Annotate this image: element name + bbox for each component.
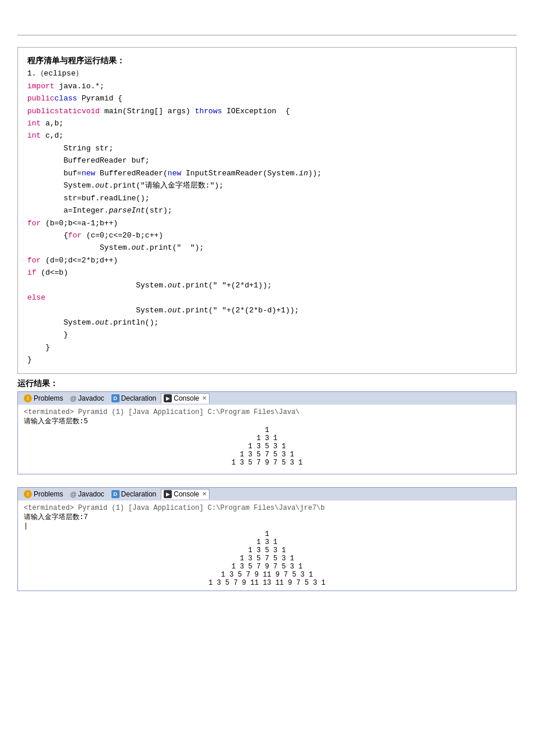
- console-icon-2: ▶: [164, 490, 172, 498]
- tab-problems-1[interactable]: ! Problems: [21, 394, 66, 403]
- code-buffered: BufferedReader buf;: [27, 154, 507, 167]
- pyramid1-row4: 1 3 5 7 5 3 1: [24, 451, 510, 459]
- code-subtitle: 1.（eclipse）: [27, 67, 507, 80]
- pyramid1-row1: 1: [24, 426, 510, 434]
- code-buf-new: buf=new BufferedReader(new InputStreamRe…: [27, 167, 507, 179]
- code-class: publicclass Pyramid {: [27, 92, 507, 105]
- tab-javadoc-label-1: Javadoc: [78, 394, 104, 402]
- tab-problems-2[interactable]: ! Problems: [21, 489, 66, 499]
- tab-declaration-label-1: Declaration: [121, 394, 157, 402]
- code-print-even: System.out.print(" "+(2*(2*b-d)+1));: [27, 304, 507, 316]
- pyramid1-row2: 1 3 1: [24, 434, 510, 442]
- pyramid2-row5: 1 3 5 7 9 7 5 3 1: [24, 563, 510, 571]
- console2-pyramid: 1 1 3 1 1 3 5 3 1 1 3 5 7 5 3 1 1 3 5 7 …: [24, 530, 510, 587]
- console2-output: <terminated> Pyramid (1) [Java Applicati…: [17, 501, 517, 591]
- console2-terminated: <terminated> Pyramid (1) [Java Applicati…: [24, 504, 510, 512]
- console1-tabbar: ! Problems @ Javadoc D Declaration ▶ Con…: [17, 391, 517, 405]
- code-int-ab: int a,b;: [27, 117, 507, 129]
- code-println: System.out.println();: [27, 316, 507, 329]
- pyramid2-row6: 1 3 5 7 9 11 9 7 5 3 1: [24, 571, 510, 579]
- code-box: 程序清单与程序运行结果： 1.（eclipse） import java.io.…: [17, 47, 517, 374]
- tab-console-1[interactable]: ▶ Console ✕: [161, 393, 210, 404]
- console2-close[interactable]: ✕: [202, 491, 207, 497]
- console1-close[interactable]: ✕: [202, 395, 207, 401]
- code-else: else: [27, 291, 507, 304]
- console2-cursor: |: [24, 522, 510, 530]
- code-sysout-1: System.out.print("请输入金字塔层数:");: [27, 179, 507, 192]
- code-close-1: }: [27, 329, 507, 341]
- console2: ! Problems @ Javadoc D Declaration ▶ Con…: [17, 487, 517, 591]
- code-readline: str=buf.readLine();: [27, 192, 507, 204]
- pyramid2-row2: 1 3 1: [24, 538, 510, 546]
- main-content: 程序清单与程序运行结果： 1.（eclipse） import java.io.…: [17, 47, 517, 591]
- code-print-spaces: System.out.print(" ");: [27, 242, 507, 254]
- result-label: 运行结果：: [17, 379, 517, 389]
- javadoc-icon-2: @: [70, 491, 77, 498]
- code-for-b: for (b=0;b<=a-1;b++): [27, 217, 507, 229]
- console1-terminated: <terminated> Pyramid (1) [Java Applicati…: [24, 408, 510, 416]
- code-parseint: a=Integer.parseInt(str);: [27, 204, 507, 217]
- tab-javadoc-2[interactable]: @ Javadoc: [68, 489, 107, 499]
- pyramid2-row3: 1 3 5 3 1: [24, 546, 510, 555]
- spacer: [17, 474, 517, 485]
- code-method: publicstaticvoid main(String[] args) thr…: [27, 105, 507, 117]
- tab-declaration-label-2: Declaration: [121, 490, 157, 498]
- problems-icon-2: !: [24, 490, 32, 498]
- code-close-2: }: [27, 341, 507, 354]
- console1-pyramid: 1 1 3 1 1 3 5 3 1 1 3 5 7 5 3 1 1 3 5 7 …: [24, 426, 510, 467]
- tab-javadoc-label-2: Javadoc: [78, 490, 104, 498]
- code-int-cd: int c,d;: [27, 129, 507, 142]
- code-string-str: String str;: [27, 142, 507, 154]
- console1-input: 请输入金字塔层数:5: [24, 416, 510, 426]
- pyramid1-row3: 1 3 5 3 1: [24, 442, 510, 451]
- console2-tabbar: ! Problems @ Javadoc D Declaration ▶ Con…: [17, 487, 517, 501]
- page-container: 程序清单与程序运行结果： 1.（eclipse） import java.io.…: [0, 35, 534, 756]
- tab-declaration-1[interactable]: D Declaration: [109, 394, 159, 403]
- code-import: import java.io.*;: [27, 80, 507, 92]
- declaration-icon-1: D: [111, 394, 120, 402]
- console1: ! Problems @ Javadoc D Declaration ▶ Con…: [17, 391, 517, 474]
- console1-output: <terminated> Pyramid (1) [Java Applicati…: [17, 405, 517, 474]
- tab-javadoc-1[interactable]: @ Javadoc: [68, 394, 107, 403]
- javadoc-icon-1: @: [70, 395, 77, 402]
- tab-problems-label-1: Problems: [34, 394, 63, 402]
- tab-console-2[interactable]: ▶ Console ✕: [161, 489, 210, 499]
- problems-icon-1: !: [24, 394, 32, 402]
- tab-problems-label-2: Problems: [34, 490, 63, 498]
- code-if: if (d<=b): [27, 267, 507, 279]
- pyramid2-row7: 1 3 5 7 9 11 13 11 9 7 5 3 1: [24, 579, 510, 587]
- tab-declaration-2[interactable]: D Declaration: [109, 489, 159, 499]
- code-print-odd: System.out.print(" "+(2*d+1));: [27, 279, 507, 291]
- pyramid2-row4: 1 3 5 7 5 3 1: [24, 555, 510, 563]
- pyramid2-row1: 1: [24, 530, 510, 538]
- code-title: 程序清单与程序运行结果：: [27, 55, 507, 67]
- tab-console-label-2: Console: [174, 490, 199, 498]
- declaration-icon-2: D: [111, 490, 120, 498]
- console2-input: 请输入金字塔层数:7: [24, 512, 510, 522]
- tab-console-label-1: Console: [174, 394, 199, 402]
- console-icon-1: ▶: [164, 394, 172, 402]
- top-divider: [17, 35, 517, 35]
- code-close-3: }: [27, 354, 507, 366]
- pyramid1-row5: 1 3 5 7 9 7 5 3 1: [24, 459, 510, 467]
- code-for-c: {for (c=0;c<=20-b;c++): [27, 229, 507, 242]
- code-for-d: for (d=0;d<=2*b;d++): [27, 254, 507, 267]
